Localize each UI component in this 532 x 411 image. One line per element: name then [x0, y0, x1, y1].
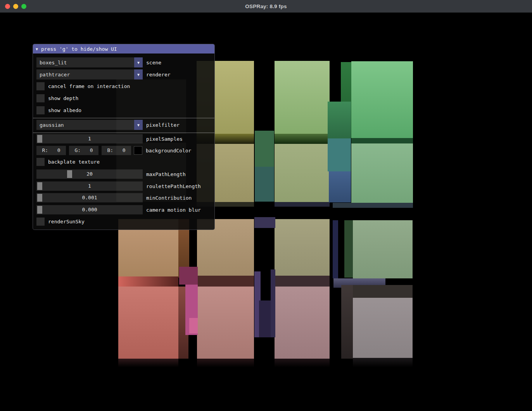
box-r2c4	[351, 143, 413, 203]
box-accent-navy	[333, 220, 338, 278]
background-color-swatch[interactable]	[134, 146, 142, 155]
separator	[33, 133, 214, 133]
checkbox-backplate-texture-label: backplate texture	[48, 159, 100, 165]
box-accent-teal-sliver	[255, 167, 274, 202]
pixelsamples-slider[interactable]: 1	[36, 134, 143, 143]
camera-motion-blur-label: camera motion blur	[146, 207, 201, 213]
checkbox-render-sunsky-label: renderSunSky	[48, 219, 85, 224]
maxpathlength-slider[interactable]: 20	[36, 169, 143, 179]
checkbox-backplate-texture[interactable]	[36, 158, 45, 166]
collapse-icon[interactable]: ▼	[36, 47, 38, 51]
window-titlebar[interactable]: OSPRay: 8.9 fps	[0, 0, 532, 13]
box-r4c1-top	[118, 276, 178, 287]
maxpathlength-label: maxPathLength	[146, 171, 186, 177]
mincontribution-slider[interactable]: 0.001	[36, 193, 143, 202]
maxpathlength-value: 20	[36, 169, 143, 179]
checkbox-cancel-frame[interactable]	[36, 82, 45, 90]
box-accent-tealgreen	[328, 102, 351, 138]
pixelfilter-combo-value: gaussian	[36, 122, 64, 128]
chevron-down-icon[interactable]: ▼	[134, 120, 143, 130]
box-accent-purple-band	[254, 217, 275, 228]
box-r3c4-side	[344, 220, 353, 278]
panel-titlebar[interactable]: ▼ press 'g' to hide/show UI	[33, 44, 214, 54]
box-accent-purple3	[259, 300, 271, 337]
chevron-down-icon[interactable]: ▼	[134, 57, 143, 67]
scene-combo[interactable]: boxes_lit ▼	[36, 57, 143, 67]
panel-title-text: press 'g' to hide/show UI	[41, 46, 117, 52]
box-r3c3	[275, 219, 330, 278]
box-r4c4-top	[353, 285, 413, 298]
panel-body: boxes_lit ▼ scene pathtracer ▼ renderer …	[33, 57, 214, 226]
pixelfilter-label: pixelfilter	[146, 122, 180, 128]
camera-motion-blur-value: 0.000	[36, 205, 143, 214]
box-accent-magenta	[179, 267, 198, 285]
box-r1c3-bottom	[275, 134, 330, 144]
box-r3c4	[353, 220, 413, 278]
box-r4c4-side	[341, 285, 353, 359]
g-drag-field[interactable]: G: 0	[69, 146, 98, 155]
mincontribution-label: minContribution	[146, 195, 192, 201]
box-r1c3	[275, 61, 330, 134]
scene-combo-value: boxes_lit	[36, 60, 67, 66]
roulettepathlength-value: 1	[36, 181, 143, 191]
box-refl-4	[353, 358, 413, 367]
box-accent-teal	[328, 138, 351, 171]
window-title: OSPRay: 8.9 fps	[0, 0, 532, 13]
app-window: OSPRay: 8.9 fps ▼ press 'g' to hide/show…	[0, 0, 532, 411]
backgroundcolor-label: backgroundColor	[146, 148, 191, 154]
renderer-combo[interactable]: pathtracer ▼	[36, 69, 143, 79]
box-accent-purple2	[271, 269, 275, 337]
pixelsamples-value: 1	[36, 134, 143, 143]
box-r4c3-top	[275, 276, 330, 287]
mincontribution-value: 0.001	[36, 193, 143, 202]
checkbox-show-albedo[interactable]	[36, 106, 45, 114]
renderer-label: renderer	[146, 72, 171, 78]
box-r4c3	[275, 287, 330, 359]
roulettepathlength-slider[interactable]: 1	[36, 181, 143, 191]
box-r4c2-top	[197, 276, 254, 287]
box-r4c1	[118, 287, 178, 359]
b-drag-field[interactable]: B: 0	[102, 146, 131, 155]
renderer-combo-value: pathtracer	[36, 72, 70, 78]
box-accent-pink-bright	[189, 318, 198, 333]
pixelsamples-label: pixelSamples	[146, 136, 183, 142]
box-r4c2	[197, 287, 254, 359]
camera-motion-blur-slider[interactable]: 0.000	[36, 205, 143, 214]
checkbox-show-depth-label: show depth	[48, 95, 78, 101]
box-refl-2	[197, 359, 254, 367]
ui-panel: ▼ press 'g' to hide/show UI boxes_lit ▼ …	[33, 44, 215, 230]
box-r4c4	[353, 298, 413, 358]
box-r1c4	[351, 61, 413, 138]
box-refl-3	[275, 359, 330, 367]
box-r2c3	[275, 144, 330, 202]
separator	[33, 118, 214, 118]
box-r2c4-sliver	[333, 203, 413, 208]
box-r2c3-sliver	[275, 202, 330, 207]
checkbox-cancel-frame-label: cancel frame on interaction	[48, 83, 130, 89]
checkbox-show-depth[interactable]	[36, 94, 45, 102]
render-viewport[interactable]: ▼ press 'g' to hide/show UI boxes_lit ▼ …	[0, 13, 532, 411]
box-refl-1	[118, 359, 178, 367]
pixelfilter-combo[interactable]: gaussian ▼	[36, 120, 143, 130]
box-r1c4-bottom	[351, 138, 413, 143]
checkbox-render-sunsky[interactable]	[36, 218, 45, 226]
roulettepathlength-label: roulettePathLength	[146, 183, 201, 189]
chevron-down-icon[interactable]: ▼	[134, 69, 143, 79]
box-accent-green-sliver	[255, 131, 274, 167]
scene-label: scene	[146, 60, 161, 66]
box-accent-blue	[329, 171, 351, 202]
checkbox-show-albedo-label: show albedo	[48, 107, 81, 113]
r-drag-field[interactable]: R: 0	[36, 146, 66, 155]
